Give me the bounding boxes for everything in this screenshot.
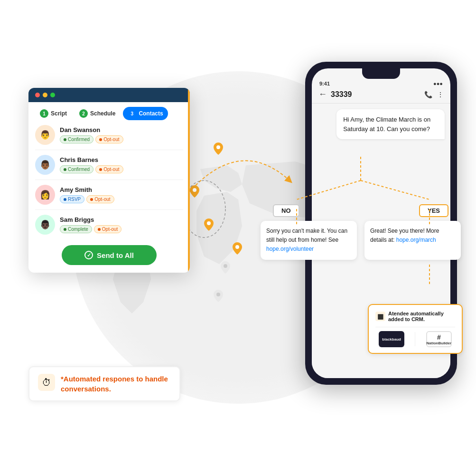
tab-label-schedule: Schedule bbox=[90, 110, 115, 117]
avatar-dan: 👨 bbox=[35, 125, 55, 145]
no-response-text: Sorry you can't make it. You can still h… bbox=[266, 228, 347, 243]
blackbaud-logo: blackbaud bbox=[379, 331, 404, 347]
tab-schedule[interactable]: 2 Schedule bbox=[75, 107, 120, 120]
tab-label-contacts: Contacts bbox=[139, 110, 163, 117]
contact-tags-amy: RSVP Opt-out bbox=[60, 195, 183, 203]
map-pin bbox=[214, 142, 223, 155]
callout-text: *Automated respones to handle conversati… bbox=[61, 374, 171, 394]
svg-point-4 bbox=[235, 245, 239, 249]
map-pin bbox=[204, 218, 214, 231]
contact-name-chris: Chris Barnes bbox=[60, 156, 183, 163]
svg-point-1 bbox=[216, 145, 220, 149]
tab-num-script: 1 bbox=[40, 109, 48, 118]
tag-complete-sam: Complete bbox=[60, 225, 92, 233]
initial-message-bubble: Hi Amy, the Climate March is on Saturday… bbox=[336, 109, 445, 139]
contact-row-dan: 👨 Dan Swanson Confirmed Opt-out bbox=[35, 120, 183, 150]
tag-optout-chris: Opt-out bbox=[95, 165, 123, 173]
avatar-chris: 👨🏾 bbox=[35, 155, 55, 175]
dot-optout-amy bbox=[90, 198, 93, 201]
nb-hash-icon: # bbox=[437, 333, 441, 341]
send-to-all-button[interactable]: ✓ Send to All bbox=[62, 245, 157, 265]
callout-box: ⏱ *Automated respones to handle conversa… bbox=[28, 366, 180, 401]
phone-header: ← 33339 📞 ⋮ bbox=[312, 86, 450, 104]
phone-more-icon[interactable]: ⋮ bbox=[437, 91, 444, 98]
blackbaud-label: blackbaud bbox=[382, 337, 401, 342]
tab-contacts[interactable]: 3 Contacts bbox=[123, 107, 168, 120]
checkmark-icon: ✓ bbox=[84, 251, 93, 259]
crm-logos: blackbaud # NationBuilder bbox=[375, 327, 455, 347]
callout-icon: ⏱ bbox=[38, 374, 55, 391]
app-titlebar bbox=[28, 88, 190, 102]
yes-response-link[interactable]: hope.org/march bbox=[396, 237, 436, 243]
crm-logo-divider bbox=[415, 332, 415, 346]
contact-name-amy: Amy Smith bbox=[60, 186, 183, 193]
phone-status-bar: 9:41 ●●● bbox=[312, 79, 450, 86]
avatar-amy: 👩 bbox=[35, 185, 55, 205]
crm-card-title: ▦ Atendee automatically added to CRM. bbox=[375, 311, 455, 322]
phone-call-icon[interactable]: 📞 bbox=[424, 91, 432, 98]
no-label: NO bbox=[273, 204, 299, 217]
dot-optout-chris bbox=[99, 168, 102, 171]
send-btn-label: Send to All bbox=[97, 251, 134, 259]
contact-row-chris: 👨🏾 Chris Barnes Confirmed Opt-out bbox=[35, 150, 183, 180]
tab-num-schedule: 2 bbox=[79, 109, 88, 118]
titlebar-dot-red bbox=[35, 93, 40, 97]
response-cards: Sorry you can't make it. You can still h… bbox=[259, 221, 463, 260]
contact-row-sam: 👨🏿 Sam Briggs Complete Opt-out bbox=[35, 210, 183, 239]
phone-signal: ●●● bbox=[433, 81, 443, 86]
yes-response-card: Great! See you there! More details at: h… bbox=[364, 221, 461, 260]
back-arrow-icon[interactable]: ← bbox=[318, 89, 327, 99]
app-tabs: 1 Script 2 Schedule 3 Contacts bbox=[28, 102, 190, 120]
svg-point-6 bbox=[216, 293, 220, 296]
app-window: 1 Script 2 Schedule 3 Contacts 👨 Dan Swa… bbox=[28, 88, 190, 273]
tab-script[interactable]: 1 Script bbox=[35, 107, 72, 120]
titlebar-dot-green bbox=[50, 93, 55, 97]
tag-optout-amy: Opt-out bbox=[86, 195, 114, 203]
dot-rsvp bbox=[64, 198, 66, 201]
contact-tags-dan: Confirmed Opt-out bbox=[60, 135, 183, 143]
contact-info-chris: Chris Barnes Confirmed Opt-out bbox=[60, 156, 183, 173]
dot-optout bbox=[99, 138, 102, 141]
tag-confirmed-dan: Confirmed bbox=[60, 135, 93, 143]
dot-confirmed-chris bbox=[64, 168, 66, 171]
titlebar-dot-yellow bbox=[43, 93, 47, 97]
nb-label: NationBuilder bbox=[427, 341, 451, 345]
tag-optout-dan: Opt-out bbox=[95, 135, 123, 143]
map-pin bbox=[190, 185, 199, 198]
flow-diagram: NO YES Sorry you can't make it. You can … bbox=[259, 176, 463, 260]
branch-labels: NO YES bbox=[259, 176, 463, 221]
tab-label-script: Script bbox=[51, 110, 67, 117]
contact-info-sam: Sam Briggs Complete Opt-out bbox=[60, 216, 183, 233]
contact-tags-chris: Confirmed Opt-out bbox=[60, 165, 183, 173]
svg-point-5 bbox=[224, 264, 227, 268]
dot-confirmed bbox=[64, 138, 66, 141]
tag-confirmed-chris: Confirmed bbox=[60, 165, 93, 173]
contact-tags-sam: Complete Opt-out bbox=[60, 225, 183, 233]
tag-rsvp-amy: RSVP bbox=[60, 195, 84, 203]
contact-name-sam: Sam Briggs bbox=[60, 216, 183, 223]
dot-complete bbox=[64, 228, 66, 231]
contact-info-amy: Amy Smith RSVP Opt-out bbox=[60, 186, 183, 203]
crm-title-text: Atendee automatically added to CRM. bbox=[388, 311, 455, 322]
no-response-card: Sorry you can't make it. You can still h… bbox=[261, 221, 357, 260]
contact-row-amy: 👩 Amy Smith RSVP Opt-out bbox=[35, 180, 183, 210]
dot-optout-sam bbox=[98, 228, 101, 231]
svg-point-3 bbox=[207, 221, 211, 225]
yes-label: YES bbox=[419, 204, 448, 217]
map-pin bbox=[214, 290, 223, 302]
map-pin bbox=[221, 261, 230, 274]
contact-info-dan: Dan Swanson Confirmed Opt-out bbox=[60, 126, 183, 143]
tag-optout-sam: Opt-out bbox=[94, 225, 121, 233]
phone-time: 9:41 bbox=[319, 81, 330, 86]
send-btn-wrapper: ✓ Send to All bbox=[28, 239, 190, 273]
contacts-list: 👨 Dan Swanson Confirmed Opt-out 👨🏾 bbox=[28, 120, 190, 239]
phone-header-icons: 📞 ⋮ bbox=[424, 91, 444, 98]
contact-name-dan: Dan Swanson bbox=[60, 126, 183, 133]
phone-notch bbox=[362, 68, 400, 79]
svg-point-2 bbox=[193, 188, 196, 192]
avatar-sam: 👨🏿 bbox=[35, 215, 55, 235]
crm-grid-icon: ▦ bbox=[375, 312, 385, 321]
tab-num-contacts: 3 bbox=[128, 109, 136, 118]
phone-number: 33339 bbox=[331, 90, 420, 99]
no-response-link[interactable]: hope.org/volunteer bbox=[266, 246, 314, 252]
